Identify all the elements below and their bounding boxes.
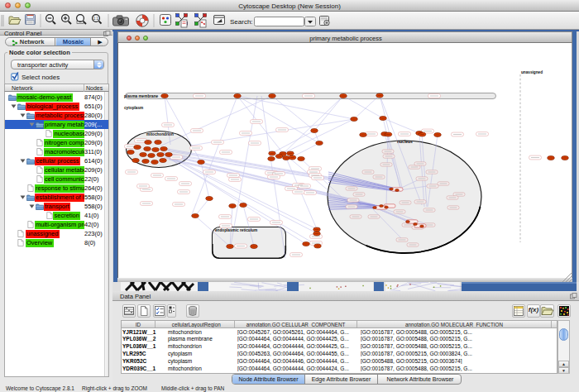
svg-text:Search:: Search: (230, 18, 253, 26)
svg-text:nucleus: nucleus (397, 139, 413, 144)
svg-text:cytoplasm: cytoplasm (124, 106, 143, 110)
svg-text:endoplasmic reticulum: endoplasmic reticulum (215, 228, 257, 232)
svg-text:unassigned: unassigned (521, 70, 543, 74)
svg-text:1:1: 1:1 (93, 17, 99, 21)
svg-text:mitochondrion: mitochondrion (146, 132, 174, 136)
svg-text:plasma membrane: plasma membrane (124, 94, 159, 98)
